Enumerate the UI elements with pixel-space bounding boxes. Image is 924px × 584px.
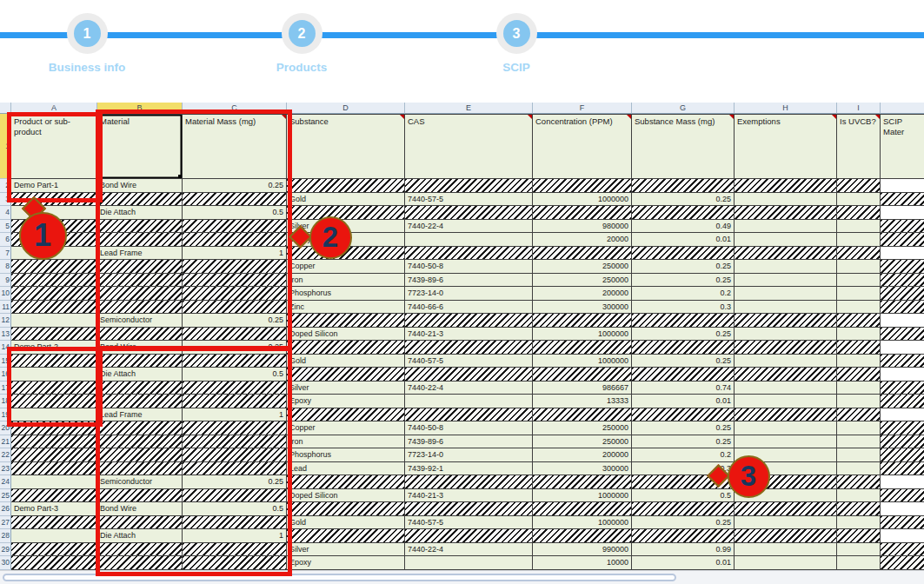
cell-I14[interactable] [837,341,881,355]
column-header-B[interactable]: B [97,103,183,114]
cell-B17[interactable] [97,382,183,395]
cell-G20[interactable]: 0.25 [632,421,735,435]
cell-B14[interactable]: Bond Wire [97,341,183,355]
cell-G5[interactable]: 0.49 [632,220,735,234]
cell-D30[interactable]: Epoxy [287,556,405,570]
column-header-E[interactable]: E [405,103,533,114]
row-header-16[interactable]: 16 [0,368,11,382]
cell-J26[interactable] [881,502,924,516]
cell-H11[interactable] [735,301,837,315]
cell-E6[interactable] [405,233,533,247]
cell-F25[interactable]: 1000000 [533,489,632,503]
column-header-last[interactable] [881,103,924,114]
cell-B21[interactable] [97,435,183,449]
cell-G12[interactable] [632,314,735,328]
cell-H22[interactable] [735,448,837,462]
cell-C15[interactable] [183,355,287,368]
cell-B12[interactable]: Semiconductor [97,314,183,328]
cell-C14[interactable]: 0.25 [183,341,287,355]
cell-C2[interactable]: 0.25 [183,179,287,193]
cell-H16[interactable] [735,368,837,382]
scrollbar-thumb[interactable] [3,574,676,581]
cell-H3[interactable] [735,193,837,207]
column-header-C[interactable]: C [183,103,287,114]
cell-G29[interactable]: 0.99 [632,543,735,557]
cell-D23[interactable]: Lead [287,462,405,476]
cell-A6[interactable] [11,233,97,247]
cell-G30[interactable]: 0.01 [632,556,735,570]
header-cell-product[interactable]: Product or sub-product [11,114,97,179]
row-header-21[interactable]: 21 [0,435,11,449]
header-cell-concentration[interactable]: Concentration (PPM) [533,114,632,179]
cell-F20[interactable]: 250000 [533,421,632,435]
cell-E3[interactable]: 7440-57-5 [405,193,533,207]
cell-C13[interactable] [183,328,287,342]
cell-G14[interactable] [632,341,735,355]
cell-B30[interactable] [97,556,183,570]
cell-G24[interactable] [632,475,735,489]
cell-I22[interactable] [837,448,881,462]
cell-A26[interactable]: Demo Part-3 [11,502,97,516]
column-header-G[interactable]: G [632,103,735,114]
cell-A9[interactable] [11,274,97,288]
cell-A29[interactable] [11,543,97,557]
column-header-I[interactable]: I [837,103,881,114]
cell-J17[interactable] [881,382,924,395]
cell-G7[interactable] [632,247,735,261]
cell-H23[interactable]: 15(a) [735,462,837,476]
cell-C7[interactable]: 1 [183,247,287,261]
cell-H15[interactable] [735,355,837,368]
cell-B27[interactable] [97,516,183,530]
cell-G2[interactable] [632,179,735,193]
cell-G3[interactable]: 0.25 [632,193,735,207]
cell-A7[interactable] [11,247,97,261]
cell-F16[interactable] [533,368,632,382]
cell-D22[interactable]: Phosphorus [287,448,405,462]
cell-F7[interactable] [533,247,632,261]
cell-H25[interactable] [735,489,837,503]
cell-C16[interactable]: 0.5 [183,368,287,382]
cell-J2[interactable] [881,179,924,193]
cell-H8[interactable] [735,260,837,274]
cell-D2[interactable] [287,179,405,193]
cell-F27[interactable]: 1000000 [533,516,632,530]
cell-H4[interactable] [735,206,837,220]
cell-G19[interactable] [632,408,735,422]
cell-F8[interactable]: 250000 [533,260,632,274]
cell-E11[interactable]: 7440-66-6 [405,301,533,315]
cell-A2[interactable]: Demo Part-1 [11,179,97,193]
cell-A8[interactable] [11,260,97,274]
row-header-5[interactable]: 5 [0,220,11,234]
select-all-corner[interactable] [0,103,11,114]
cell-G18[interactable]: 0.01 [632,395,735,408]
cell-A17[interactable] [11,382,97,395]
cell-H9[interactable] [735,274,837,288]
cell-A13[interactable] [11,328,97,342]
cell-C27[interactable] [183,516,287,530]
cell-A3[interactable] [11,193,97,207]
cell-B7[interactable]: Lead Frame [97,247,183,261]
cell-I26[interactable] [837,502,881,516]
cell-J14[interactable] [881,341,924,355]
row-header-23[interactable]: 23 [0,462,11,476]
row-header-30[interactable]: 30 [0,556,11,570]
cell-H13[interactable] [735,328,837,342]
cell-C26[interactable]: 0.5 [183,502,287,516]
cell-G4[interactable] [632,206,735,220]
cell-E16[interactable] [405,368,533,382]
header-cell-substance[interactable]: Substance [287,114,405,179]
cell-D12[interactable] [287,314,405,328]
cell-G11[interactable]: 0.3 [632,301,735,315]
cell-D16[interactable] [287,368,405,382]
cell-F14[interactable] [533,341,632,355]
cell-J9[interactable] [881,274,924,288]
cell-E21[interactable]: 7439-89-6 [405,435,533,449]
cell-C24[interactable]: 0.25 [183,475,287,489]
cell-F19[interactable] [533,408,632,422]
cell-I15[interactable] [837,355,881,368]
cell-B5[interactable] [97,220,183,234]
cell-H30[interactable] [735,556,837,570]
row-header-7[interactable]: 7 [0,247,11,261]
cell-F6[interactable]: 20000 [533,233,632,247]
cell-D25[interactable]: Doped Silicon [287,489,405,503]
